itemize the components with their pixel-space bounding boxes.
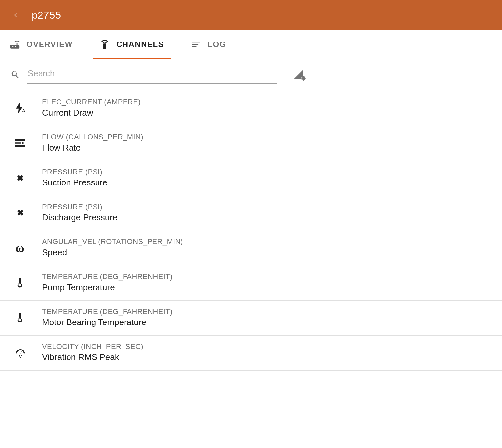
channel-row[interactable]: TEMPERATURE (DEG_FAHRENHEIT)Motor Bearin… — [0, 301, 502, 336]
channel-row[interactable]: TEMPERATURE (DEG_FAHRENHEIT)Pump Tempera… — [0, 266, 502, 301]
channel-meta: ANGULAR_VEL (ROTATIONS_PER_MIN) — [42, 238, 183, 246]
tab-overview[interactable]: OVERVIEW — [3, 30, 79, 59]
channel-meta: TEMPERATURE (DEG_FAHRENHEIT) — [42, 307, 173, 316]
search-input[interactable] — [27, 65, 277, 84]
channel-list: ELEC_CURRENT (AMPERE)Current DrawFLOW (G… — [0, 91, 502, 371]
channel-row[interactable]: ELEC_CURRENT (AMPERE)Current Draw — [0, 91, 502, 126]
velocity-icon — [13, 345, 28, 360]
channel-meta: TEMPERATURE (DEG_FAHRENHEIT) — [42, 272, 173, 281]
thermometer-icon — [13, 275, 28, 290]
search-icon — [11, 70, 20, 79]
router-icon — [9, 39, 20, 50]
omega-icon — [13, 240, 28, 255]
channel-name: Current Draw — [42, 108, 141, 118]
thermometer-icon — [13, 310, 28, 325]
tab-label: OVERVIEW — [26, 40, 73, 49]
bolt-a-icon — [13, 101, 28, 115]
flow-icon — [13, 136, 28, 150]
channel-row[interactable]: ANGULAR_VEL (ROTATIONS_PER_MIN)Speed — [0, 231, 502, 266]
channel-row[interactable]: PRESSURE (PSI)Suction Pressure — [0, 161, 502, 196]
channel-row[interactable]: FLOW (GALLONS_PER_MIN)Flow Rate — [0, 126, 502, 161]
channel-row[interactable]: VELOCITY (INCH_PER_SEC)Vibration RMS Pea… — [0, 336, 502, 371]
pressure-icon — [13, 171, 28, 185]
channel-name: Motor Bearing Temperature — [42, 317, 173, 327]
channel-name: Speed — [42, 247, 183, 258]
channel-name: Flow Rate — [42, 143, 143, 153]
signal-gear-icon — [293, 68, 306, 81]
channel-name: Vibration RMS Peak — [42, 352, 143, 362]
page-title: p2755 — [32, 9, 61, 21]
notes-icon — [190, 39, 202, 50]
app-bar: p2755 — [0, 0, 502, 30]
remote-icon — [99, 39, 110, 50]
tabs: OVERVIEW CHANNELS LOG — [0, 30, 502, 59]
tab-log[interactable]: LOG — [184, 30, 233, 59]
back-button[interactable] — [8, 7, 24, 23]
tab-label: CHANNELS — [116, 40, 164, 49]
pressure-icon — [13, 206, 28, 220]
channel-meta: ELEC_CURRENT (AMPERE) — [42, 98, 141, 106]
tab-channels[interactable]: CHANNELS — [93, 30, 171, 59]
channel-name: Suction Pressure — [42, 178, 107, 188]
channel-meta: VELOCITY (INCH_PER_SEC) — [42, 342, 143, 351]
signal-settings-button[interactable] — [293, 68, 306, 81]
channel-name: Discharge Pressure — [42, 212, 117, 223]
channel-name: Pump Temperature — [42, 282, 173, 293]
channel-meta: PRESSURE (PSI) — [42, 203, 117, 211]
chevron-left-icon — [13, 12, 19, 18]
channel-meta: PRESSURE (PSI) — [42, 168, 107, 176]
channel-row[interactable]: PRESSURE (PSI)Discharge Pressure — [0, 196, 502, 231]
tab-label: LOG — [208, 40, 226, 49]
search-row — [0, 59, 502, 91]
channel-meta: FLOW (GALLONS_PER_MIN) — [42, 133, 143, 141]
